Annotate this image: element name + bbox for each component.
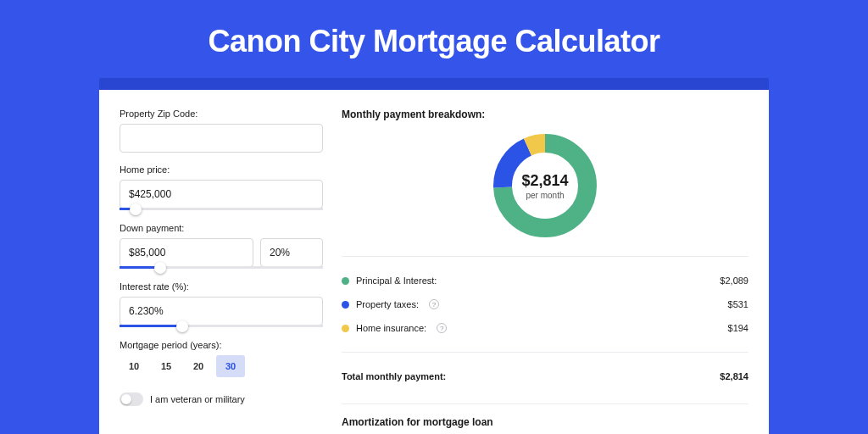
input-down-payment-amount[interactable] (120, 238, 253, 267)
card-container: Property Zip Code: Home price: Down paym… (99, 78, 769, 434)
slider-interest[interactable] (120, 325, 323, 328)
label-down-payment: Down payment: (120, 223, 323, 233)
veteran-label: I am veteran or military (150, 394, 245, 404)
slider-down-payment[interactable] (120, 266, 323, 270)
breakdown-panel: Monthly payment breakdown: $2,814 per (342, 108, 748, 434)
breakdown-title: Monthly payment breakdown: (342, 108, 748, 120)
period-buttons: 10 15 20 30 (120, 355, 323, 377)
legend-total: Total monthly payment: $2,814 (342, 364, 748, 388)
label-home-price: Home price: (120, 164, 323, 175)
input-interest[interactable] (120, 297, 323, 326)
amortization-title: Amortization for mortgage loan (342, 416, 748, 428)
period-10[interactable]: 10 (120, 355, 148, 377)
slider-thumb[interactable] (130, 203, 142, 215)
legend-label: Principal & Interest: (356, 275, 437, 286)
info-icon[interactable]: ? (437, 323, 447, 333)
slider-thumb[interactable] (154, 262, 166, 274)
donut-amount: $2,814 (521, 172, 568, 190)
total-label: Total monthly payment: (342, 371, 446, 381)
dot-icon (342, 325, 349, 332)
field-period: Mortgage period (years): 10 15 20 30 (120, 340, 323, 377)
toggle-knob (121, 394, 131, 404)
donut-chart: $2,814 per month (342, 132, 748, 239)
field-down-payment: Down payment: (120, 223, 323, 270)
legend-value: $194 (728, 323, 748, 333)
veteran-toggle[interactable] (120, 392, 143, 406)
legend-insurance: Home insurance: ? $194 (342, 316, 748, 340)
input-down-payment-percent[interactable] (260, 238, 323, 267)
legend-label: Home insurance: (356, 323, 426, 333)
period-15[interactable]: 15 (152, 355, 181, 377)
slider-home-price[interactable] (120, 208, 323, 211)
donut-center: $2,814 per month (492, 132, 598, 239)
total-value: $2,814 (720, 371, 748, 381)
divider (342, 403, 748, 404)
dot-icon (342, 277, 349, 285)
field-zip: Property Zip Code: (120, 108, 323, 153)
divider (342, 256, 748, 257)
divider (342, 352, 748, 353)
period-30[interactable]: 30 (216, 355, 245, 377)
slider-thumb[interactable] (176, 320, 188, 332)
calculator-card: Property Zip Code: Home price: Down paym… (99, 90, 769, 434)
page-title: Canon City Mortgage Calculator (0, 0, 868, 78)
label-period: Mortgage period (years): (120, 340, 323, 350)
legend-principal: Principal & Interest: $2,089 (342, 269, 748, 292)
label-zip: Property Zip Code: (120, 108, 323, 119)
legend-value: $531 (728, 299, 748, 309)
input-zip[interactable] (120, 124, 323, 153)
label-interest: Interest rate (%): (120, 281, 323, 292)
legend-label: Property taxes: (356, 299, 419, 309)
field-home-price: Home price: (120, 164, 323, 211)
dot-icon (342, 301, 349, 309)
veteran-row: I am veteran or military (120, 392, 323, 406)
legend-value: $2,089 (720, 275, 748, 286)
legend-taxes: Property taxes: ? $531 (342, 292, 748, 316)
input-home-price[interactable] (120, 180, 323, 209)
info-icon[interactable]: ? (429, 299, 439, 309)
donut-per-month: per month (526, 191, 564, 200)
form-panel: Property Zip Code: Home price: Down paym… (120, 108, 323, 434)
field-interest: Interest rate (%): (120, 281, 323, 328)
period-20[interactable]: 20 (184, 355, 213, 377)
